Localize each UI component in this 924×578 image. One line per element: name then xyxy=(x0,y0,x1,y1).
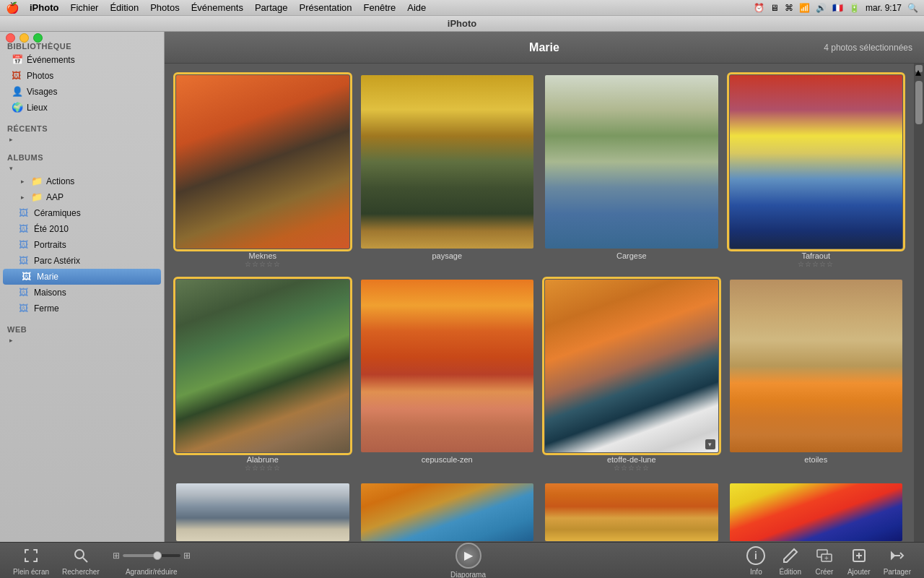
toolbar: Plein écran Rechercher ⊞ ⊞ xyxy=(0,542,924,578)
minimize-button[interactable] xyxy=(19,33,29,43)
photo-thumb-partial1[interactable] xyxy=(176,483,349,541)
photo-thumb-etoffe[interactable]: ▾ xyxy=(545,280,718,453)
sidebar-label-parc: Parc Astérix xyxy=(34,256,80,266)
sidebar-label-ceramiques: Céramiques xyxy=(34,208,81,218)
photo-item-paysage[interactable]: paysage xyxy=(361,75,534,268)
photo-item-etoiles[interactable]: etoiles xyxy=(730,280,903,473)
search-button[interactable]: Rechercher xyxy=(58,543,104,579)
sidebar-item-lieux[interactable]: 🌍 Lieux xyxy=(0,100,164,116)
fullscreen-button[interactable]: Plein écran xyxy=(9,543,53,579)
zoom-slider-thumb[interactable] xyxy=(153,551,162,560)
flag-icon: 🇫🇷 xyxy=(832,3,843,13)
photo-label-meknes: Meknes xyxy=(248,251,276,260)
web-disclosure[interactable] xyxy=(7,337,14,344)
photo-thumb-cepuscule[interactable] xyxy=(361,280,534,453)
photo-item-tafraout[interactable]: Tafraout ☆☆☆☆☆ xyxy=(730,75,903,268)
search-menubar-icon[interactable]: 🔍 xyxy=(907,3,918,13)
menu-fichier[interactable]: Fichier xyxy=(66,2,103,13)
edit-label: Édition xyxy=(779,568,801,576)
add-label: Ajouter xyxy=(847,568,871,576)
menubar-right: ⏰ 🖥 ⌘ 📶 🔊 🇫🇷 🔋 mar. 9:17 🔍 xyxy=(754,3,918,13)
photo-stars-meknes: ☆☆☆☆☆ xyxy=(245,260,281,268)
photo-thumb-etoiles[interactable] xyxy=(730,280,903,453)
photo-thumb-tafraout[interactable] xyxy=(730,75,903,249)
album-icon-parc: 🖼 xyxy=(19,255,30,267)
sidebar-item-visages[interactable]: 👤 Visages xyxy=(0,84,164,100)
share-button[interactable]: Partager xyxy=(879,543,915,579)
sidebar-item-portraits[interactable]: 🖼 Portraits xyxy=(0,237,164,253)
photo-item-alabrune[interactable]: Alabrune ☆☆☆☆☆ xyxy=(176,280,349,473)
app-menu[interactable]: iPhoto xyxy=(25,2,63,13)
menu-evenements[interactable]: Événements xyxy=(187,2,248,13)
photo-item-partial2[interactable] xyxy=(361,483,534,541)
diaporama-button[interactable]: ▶ Diaporama xyxy=(446,540,490,579)
edit-button[interactable]: Édition xyxy=(775,543,806,579)
svg-text:i: i xyxy=(754,550,757,561)
sidebar-item-evenements[interactable]: 📅 Événements xyxy=(0,52,164,68)
photo-item-cepuscule[interactable]: cepuscule-zen xyxy=(361,280,534,473)
sidebar-item-ceramiques[interactable]: 🖼 Céramiques xyxy=(0,205,164,221)
menu-edition[interactable]: Édition xyxy=(105,2,143,13)
zoom-slider-fill xyxy=(123,554,157,557)
sidebar-label-ete2010: Été 2010 xyxy=(34,224,69,234)
play-icon[interactable]: ▶ xyxy=(456,543,481,569)
add-icon xyxy=(849,545,869,566)
sidebar-item-aap[interactable]: 📁 AAP xyxy=(0,189,164,205)
photo-stars-alabrune: ☆☆☆☆☆ xyxy=(245,464,281,472)
sidebar-item-ete2010[interactable]: 🖼 Été 2010 xyxy=(0,221,164,237)
photo-thumb-partial3[interactable] xyxy=(545,483,718,541)
svg-rect-3 xyxy=(36,549,38,553)
albums-section-header: Albums xyxy=(0,149,164,163)
sidebar-item-photos[interactable]: 🖼 Photos xyxy=(0,68,164,84)
sidebar-item-maisons[interactable]: 🖼 Maisons xyxy=(0,285,164,301)
recents-disclosure[interactable] xyxy=(7,136,14,143)
photo-thumb-alabrune[interactable] xyxy=(176,280,349,453)
album-icon-maisons: 🖼 xyxy=(19,287,30,298)
scrollbar[interactable]: ▴ xyxy=(914,64,924,542)
photo-item-partial1[interactable] xyxy=(176,483,349,541)
sidebar-item-parc[interactable]: 🖼 Parc Astérix xyxy=(0,253,164,269)
actions-disclosure[interactable] xyxy=(19,178,26,185)
svg-rect-7 xyxy=(36,558,38,562)
photo-thumb-paysage[interactable] xyxy=(361,75,534,249)
apple-menu[interactable]: 🍎 xyxy=(6,1,19,14)
photos-selected-count: 4 photos sélectionnées xyxy=(824,43,912,53)
photo-label-etoffe: etoffe-de-lune xyxy=(607,455,656,464)
photo-thumb-partial4[interactable] xyxy=(730,483,903,541)
sidebar-item-actions[interactable]: 📁 Actions xyxy=(0,173,164,189)
create-label: Créer xyxy=(815,568,833,576)
menu-partage[interactable]: Partage xyxy=(250,2,292,13)
scroll-up-arrow[interactable]: ▴ xyxy=(915,65,923,72)
add-button[interactable]: Ajouter xyxy=(843,543,875,579)
zoom-slider-track[interactable] xyxy=(123,554,180,557)
scroll-thumb[interactable] xyxy=(915,81,923,124)
menu-aide[interactable]: Aide xyxy=(403,2,430,13)
menu-photos[interactable]: Photos xyxy=(146,2,183,13)
close-button[interactable] xyxy=(6,33,15,43)
menubar: 🍎 iPhoto Fichier Édition Photos Événemen… xyxy=(0,0,924,16)
photo-thumb-cargese[interactable] xyxy=(545,75,718,249)
sidebar-item-ferme[interactable]: 🖼 Ferme xyxy=(0,301,164,316)
time-machine-icon: ⏰ xyxy=(754,3,764,13)
faces-icon: 👤 xyxy=(12,86,23,98)
photo-thumb-meknes[interactable] xyxy=(176,75,349,249)
photo-item-partial4[interactable] xyxy=(730,483,903,541)
photo-item-cargese[interactable]: Cargese xyxy=(545,75,718,268)
photo-label-alabrune: Alabrune xyxy=(247,455,279,464)
zoom-control[interactable]: ⊞ ⊞ Agrandir/réduire xyxy=(108,543,195,579)
photo-item-meknes[interactable]: Meknes ☆☆☆☆☆ xyxy=(176,75,349,268)
photo-item-partial3[interactable] xyxy=(545,483,718,541)
aap-disclosure[interactable] xyxy=(19,194,26,201)
create-button[interactable]: + Créer xyxy=(810,543,839,579)
info-button[interactable]: i Info xyxy=(741,543,770,579)
zoom-button[interactable] xyxy=(33,33,43,43)
photo-label-tafraout: Tafraout xyxy=(801,251,830,260)
albums-disclosure[interactable] xyxy=(7,165,14,172)
photo-thumb-partial2[interactable] xyxy=(361,483,534,541)
photo-item-etoffe[interactable]: ▾ etoffe-de-lune ☆☆☆☆☆ xyxy=(545,280,718,473)
menu-fenetre[interactable]: Fenêtre xyxy=(359,2,401,13)
sidebar-item-marie[interactable]: 🖼 Marie xyxy=(3,269,161,285)
menu-presentation[interactable]: Présentation xyxy=(295,2,357,13)
volume-icon: 🔊 xyxy=(816,3,827,13)
share-label: Partager xyxy=(884,568,911,576)
